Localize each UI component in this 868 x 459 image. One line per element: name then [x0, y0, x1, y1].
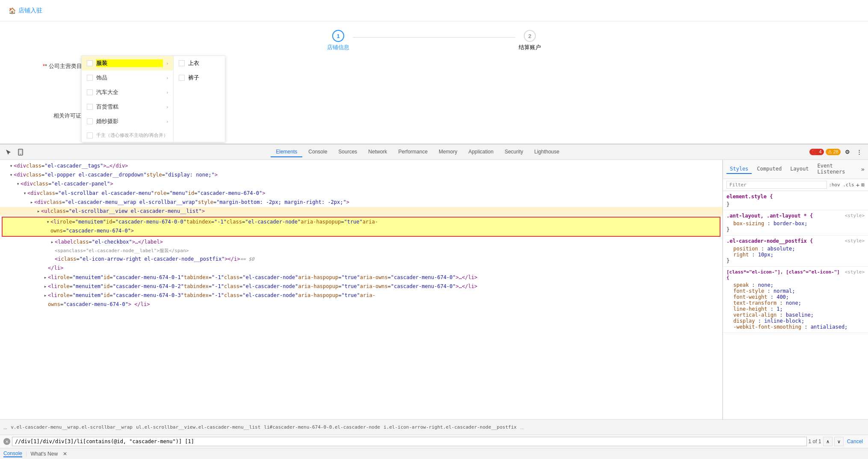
elements-panel: <div class="el-cascader__tags" >…</div> …	[0, 160, 723, 419]
elem-line-11[interactable]: </li>	[0, 264, 722, 273]
console-tab-whats-new[interactable]: What's New	[30, 451, 58, 457]
step-2-label: 结算账户	[519, 44, 541, 51]
add-rule-btn[interactable]: +	[856, 182, 859, 188]
form-row-1: ** 公司主营类目 服装 › 饰品 ›	[0, 60, 868, 70]
dropdown-checkbox-shangyi[interactable]	[179, 60, 185, 66]
triangle-12[interactable]	[43, 274, 48, 282]
triangle-1[interactable]	[9, 162, 14, 170]
dropdown-checkbox-kuzi[interactable]	[179, 75, 185, 81]
elem-line-4[interactable]: <div class="el-scrollbar el-cascader-men…	[0, 189, 722, 198]
styles-tab-layout[interactable]: Layout	[787, 165, 812, 174]
tab-application[interactable]: Application	[463, 147, 499, 157]
elem-line-6[interactable]: <ul class="el-scrollbar__view el-cascade…	[0, 207, 722, 216]
dropdown-item-text-qiche: 汽车大全	[96, 88, 163, 96]
el-icon-section: [class*="el-icon-"], [class^="el-icon-"]…	[723, 267, 868, 333]
triangle-2[interactable]	[9, 171, 14, 179]
el-icon-prop-font-style: font-style : normal;	[726, 288, 865, 294]
dropdown-item-hunsha[interactable]: 婚纱摄影 ›	[82, 114, 173, 129]
console-tab-console[interactable]: Console	[3, 450, 22, 457]
elem-line-12[interactable]: <li role="menuitem" id="cascader-menu-67…	[0, 273, 722, 282]
triangle-13[interactable]	[43, 282, 48, 291]
tab-security[interactable]: Security	[499, 147, 528, 157]
dropdown-item-qiche[interactable]: 汽车大全 ›	[82, 85, 173, 100]
nav-logo[interactable]: 🏠 店铺入驻	[9, 7, 42, 15]
dropdown-item-fuzhuang[interactable]: 服装 ›	[82, 56, 173, 71]
elem-line-2[interactable]: <div class="el-popper el-cascader__dropd…	[0, 171, 722, 179]
dropdown-col-1: 服装 › 饰品 › 汽车大全 ›	[82, 56, 174, 142]
breadcrumb-item-2[interactable]: ul.el-scrollbar__view.el-cascader-menu__…	[136, 424, 260, 430]
elem-line-8[interactable]: <label class="el-checkbox" >…</label>	[0, 238, 722, 247]
tab-network[interactable]: Network	[363, 147, 392, 157]
step-2-circle: 2	[524, 30, 536, 42]
el-icon-source[interactable]: <style>	[845, 269, 865, 282]
elem-line-1[interactable]: <div class="el-cascader__tags" >…</div>	[0, 162, 722, 171]
triangle-4[interactable]	[22, 189, 27, 197]
settings-icon-btn[interactable]: ⚙	[842, 147, 853, 157]
dropdown-checkbox-qiche[interactable]	[87, 89, 93, 95]
triangle-8[interactable]	[50, 238, 55, 246]
more-icon-btn[interactable]: ⋮	[854, 147, 865, 157]
elem-line-10[interactable]: <i class="el-icon-arrow-right el-cascade…	[0, 255, 722, 264]
styles-tab-styles[interactable]: Styles	[726, 165, 752, 174]
elem-line-3[interactable]: <div class="el-cascader-panel" >	[0, 179, 722, 188]
cursor-icon	[5, 149, 12, 156]
elem-line-5[interactable]: <div class="el-cascader-menu__wrap el-sc…	[0, 198, 722, 207]
styles-panel: Styles Computed Layout Event Listeners »…	[723, 160, 868, 419]
dropdown-item-text-shangyi: 上衣	[188, 59, 199, 67]
search-prev-btn[interactable]: ∧	[823, 437, 833, 446]
elem-line-7[interactable]: <li role="menuitem" id="cascader-menu-67…	[3, 218, 720, 227]
dropdown-item-shangyi[interactable]: 上衣	[174, 56, 225, 71]
dropdown-item-qita[interactable]: 千主（违心修改不主动的/再合并）	[82, 129, 173, 142]
styles-tab-event-listeners[interactable]: Event Listeners	[814, 162, 859, 177]
breadcrumb-item-4[interactable]: i.el-icon-arrow-right.el-cascader-node__…	[384, 424, 517, 430]
elem-line-7b[interactable]: owns="cascader-menu-674-0" >	[3, 227, 720, 235]
home-icon: 🏠	[9, 7, 16, 14]
tab-memory[interactable]: Memory	[434, 147, 462, 157]
triangle-7[interactable]	[45, 218, 50, 226]
styles-tab-computed[interactable]: Computed	[753, 165, 785, 174]
elem-line-13[interactable]: <li role="menuitem" id="cascader-menu-67…	[0, 282, 722, 291]
dropdown-arrow-shipin: ›	[166, 75, 168, 80]
styles-overflow-btn[interactable]: »	[861, 166, 865, 173]
console-close-btn[interactable]: ✕	[63, 451, 67, 457]
tab-console[interactable]: Console	[303, 147, 332, 157]
breadcrumb-item-3[interactable]: li#cascader-menu-674-0-0.el-cascader-nod…	[264, 424, 380, 430]
dropdown-checkbox-fuzhuang[interactable]	[87, 60, 93, 66]
tab-elements[interactable]: Elements	[271, 147, 302, 157]
dropdown-checkbox-hunsha[interactable]	[87, 118, 93, 124]
triangle-14[interactable]	[43, 291, 48, 300]
dropdown-checkbox-qita[interactable]	[87, 132, 93, 138]
search-next-btn[interactable]: ∨	[834, 437, 844, 446]
step-2: 2 结算账户	[519, 30, 541, 51]
device-icon-btn[interactable]	[15, 147, 26, 157]
elem-line-9[interactable]: <span class="el-cascader-node__label" >服…	[0, 247, 722, 255]
dropdown-arrow-qiche: ›	[166, 90, 168, 95]
triangle-5[interactable]	[29, 198, 34, 206]
dropdown-item-shipin[interactable]: 饰品 ›	[82, 71, 173, 85]
tab-sources[interactable]: Sources	[333, 147, 362, 157]
dropdown-item-baihuo[interactable]: 百货雪糕 ›	[82, 100, 173, 114]
breadcrumb-item-1[interactable]: v.el-cascader-menu__wrap.el-scrollbar__w…	[11, 424, 133, 430]
tab-performance[interactable]: Performance	[393, 147, 433, 157]
breadcrumb-bar: ... v.el-cascader-menu__wrap.el-scrollba…	[0, 419, 868, 435]
cascader-postfix-source[interactable]: <style>	[845, 238, 865, 246]
ant-layout-source[interactable]: <style>	[845, 213, 865, 221]
new-style-btn[interactable]: ⊞	[861, 182, 865, 188]
elem-line-14b[interactable]: owns="cascader-menu-674-0" > </li>	[0, 300, 722, 309]
dropdown-checkbox-baihuo[interactable]	[87, 104, 93, 110]
tab-lighthouse[interactable]: Lighthouse	[529, 147, 565, 157]
search-cancel-btn[interactable]: Cancel	[845, 438, 865, 444]
dropdown-checkbox-shipin[interactable]	[87, 75, 93, 81]
search-bar: ✕ 1 of 1 ∧ ∨ Cancel	[0, 435, 868, 448]
styles-filter-input[interactable]	[726, 181, 827, 189]
search-input[interactable]	[12, 437, 807, 446]
elem-line-14[interactable]: <li role="menuitem" id="cascader-menu-67…	[0, 291, 722, 300]
devtools-icons	[3, 147, 26, 157]
dropdown-item-kuzi[interactable]: 裤子	[174, 71, 225, 85]
dropdown-item-text-hunsha: 婚纱摄影	[96, 118, 163, 125]
triangle-3[interactable]	[15, 180, 21, 188]
triangle-6[interactable]	[36, 207, 41, 215]
cursor-icon-btn[interactable]	[3, 147, 14, 157]
ant-layout-prop-1: box-sizing : border-box;	[726, 221, 865, 227]
search-clear-btn[interactable]: ✕	[3, 438, 10, 445]
